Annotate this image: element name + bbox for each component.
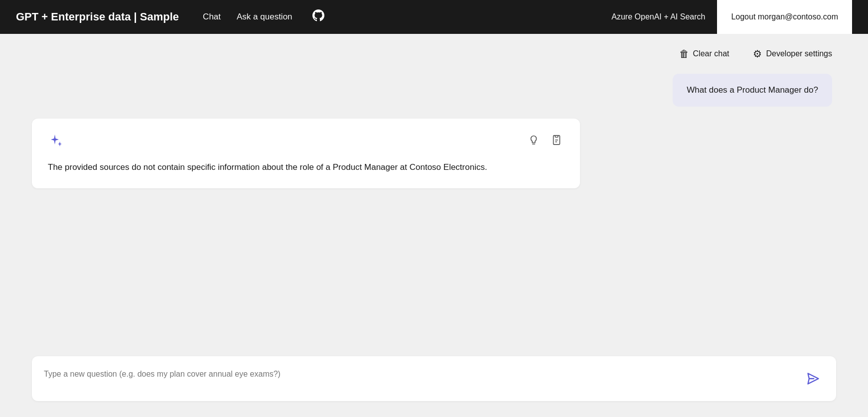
logout-button[interactable]: Logout morgan@contoso.com <box>717 0 852 34</box>
github-icon[interactable] <box>312 9 324 24</box>
ai-sparkle-icon <box>48 133 66 150</box>
chat-area: What does a Product Manager do? <box>32 74 836 340</box>
ai-response-text: The provided sources do not contain spec… <box>48 160 564 174</box>
nav-ask-question[interactable]: Ask a question <box>237 12 292 22</box>
user-message: What does a Product Manager do? <box>32 74 832 107</box>
ai-response-header <box>48 133 564 150</box>
header-right: Azure OpenAI + AI Search Logout morgan@c… <box>611 0 852 34</box>
send-button[interactable] <box>802 370 824 388</box>
trash-icon: 🗑 <box>679 48 689 60</box>
developer-settings-button[interactable]: ⚙ Developer settings <box>749 46 836 62</box>
clear-chat-label: Clear chat <box>693 49 729 58</box>
svg-rect-0 <box>555 135 558 137</box>
app-title: GPT + Enterprise data | Sample <box>16 10 179 23</box>
nav-chat[interactable]: Chat <box>203 12 221 22</box>
developer-settings-label: Developer settings <box>766 49 832 58</box>
clipboard-button[interactable] <box>549 133 564 150</box>
clear-chat-button[interactable]: 🗑 Clear chat <box>675 46 733 62</box>
main-content: 🗑 Clear chat ⚙ Developer settings What d… <box>0 34 868 417</box>
app-header: GPT + Enterprise data | Sample Chat Ask … <box>0 0 868 34</box>
chat-toolbar: 🗑 Clear chat ⚙ Developer settings <box>32 46 836 62</box>
lightbulb-button[interactable] <box>526 133 541 150</box>
azure-label: Azure OpenAI + AI Search <box>611 12 705 21</box>
chat-input-area <box>32 356 836 401</box>
chat-input[interactable] <box>44 370 794 388</box>
user-bubble: What does a Product Manager do? <box>673 74 832 107</box>
main-nav: Chat Ask a question <box>203 9 611 24</box>
ai-action-icons <box>526 133 564 150</box>
ai-response-card: The provided sources do not contain spec… <box>32 119 580 188</box>
gear-icon: ⚙ <box>753 48 762 60</box>
